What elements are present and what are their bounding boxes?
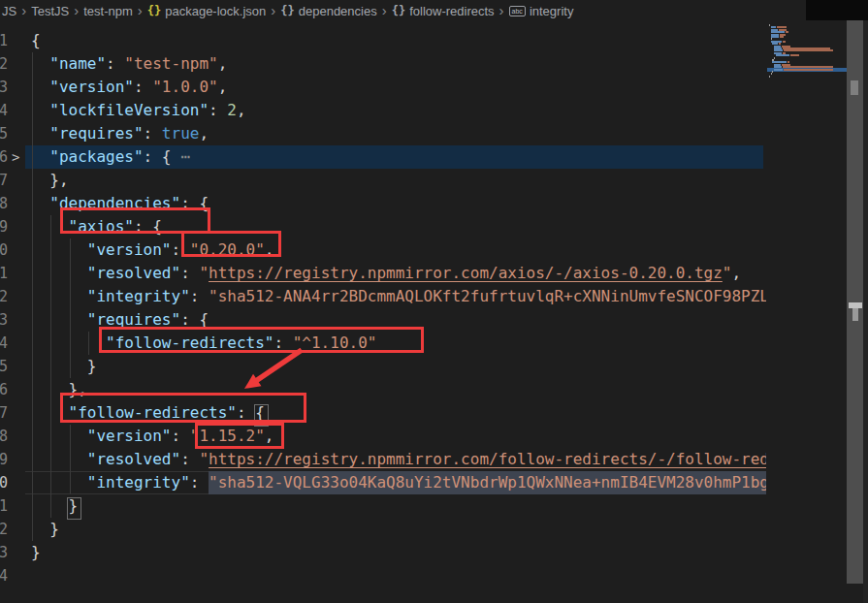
- code-token: }: [31, 357, 96, 375]
- code-line[interactable]: 20 "integrity": "sha512-VQLG33o04KaQ8uYi…: [0, 471, 766, 494]
- code-token: :: [106, 54, 124, 73]
- code-line[interactable]: 9 "axios": {: [0, 215, 766, 238]
- code-text: "requires": {: [0, 308, 766, 332]
- code-line[interactable]: 6> "packages": { ⋯: [0, 145, 766, 169]
- minimap-line: [771, 73, 772, 75]
- code-text: },: [0, 169, 766, 192]
- code-token: ,: [265, 240, 274, 259]
- code-text: "name": "test-npm",: [0, 52, 766, 76]
- code-line[interactable]: 12 "integrity": "sha512-ANA4rr2BDcmmAQLO…: [0, 285, 766, 308]
- minimap-line: [784, 69, 833, 71]
- code-token: ⋯: [180, 147, 190, 166]
- code-token: "version": [87, 240, 172, 259]
- chevron-right-icon: ›: [271, 0, 275, 21]
- code-line[interactable]: 21 }: [0, 494, 766, 518]
- code-text: }: [0, 494, 766, 518]
- code-token: true: [162, 124, 200, 143]
- code-token: "integrity": [87, 287, 190, 305]
- code-token: [31, 450, 87, 468]
- code-line[interactable]: 22 }: [0, 518, 766, 541]
- chevron-right-icon: ›: [499, 0, 504, 21]
- breadcrumb-label: test-npm: [83, 4, 133, 18]
- code-line[interactable]: 10 "version": "0.20.0",: [0, 238, 766, 262]
- code-token: "version": [49, 78, 134, 96]
- minimap[interactable]: [767, 21, 847, 584]
- chevron-right-icon: ›: [138, 0, 143, 21]
- breadcrumb-item-testjs[interactable]: TestJS: [31, 4, 69, 18]
- code-text: "requires": true,: [0, 122, 766, 145]
- code-token: 2: [227, 101, 237, 119]
- breadcrumb-item-test-npm[interactable]: test-npm: [83, 4, 133, 18]
- code-token: [31, 310, 87, 329]
- code-text: "follow-redirects": {: [0, 401, 766, 425]
- breadcrumb-item-follow-redirects[interactable]: {}follow-redirects: [392, 4, 495, 18]
- code-token: ": [199, 450, 209, 468]
- code-token: [31, 287, 87, 305]
- code-line[interactable]: 13 "requires": {: [0, 308, 766, 332]
- code-line[interactable]: 16 },: [0, 378, 766, 401]
- code-lines: 1{2 "name": "test-npm",3 "version": "1.0…: [0, 29, 766, 587]
- code-line[interactable]: 11 "resolved": "https://registry.npmmirr…: [0, 262, 766, 285]
- code-token: ,: [731, 264, 741, 282]
- editor-pane[interactable]: 1{2 "name": "test-npm",3 "version": "1.0…: [0, 21, 766, 603]
- code-line[interactable]: 17 "follow-redirects": {: [0, 401, 766, 425]
- code-line[interactable]: 8 "dependencies": {: [0, 192, 766, 215]
- code-line[interactable]: 7 },: [0, 169, 766, 192]
- code-token: "follow-redirects": [106, 333, 273, 352]
- code-token: : {: [144, 147, 181, 166]
- minimap-line: [776, 54, 790, 56]
- code-token: "sha512-ANA4rr2BDcmmAQLOKft2fufrtuvlqR+c…: [209, 287, 766, 305]
- code-token: },: [31, 171, 69, 189]
- code-token: "1.15.2": [190, 427, 265, 445]
- breadcrumb-item-js[interactable]: JS: [2, 4, 16, 18]
- code-token: "1.0.0": [152, 78, 217, 96]
- code-line[interactable]: 23}: [0, 541, 766, 564]
- code-line[interactable]: 2 "name": "test-npm",: [0, 52, 766, 76]
- code-token: "axios": [69, 217, 134, 236]
- code-token: : {: [180, 194, 209, 212]
- code-line[interactable]: 1{: [0, 29, 766, 52]
- code-token: }: [31, 496, 78, 515]
- code-token: "dependencies": [49, 194, 180, 212]
- code-token: },: [31, 380, 87, 398]
- code-text: "packages": { ⋯: [0, 145, 766, 169]
- code-line[interactable]: 5 "requires": true,: [0, 122, 766, 145]
- code-token: [31, 333, 106, 352]
- code-token: "name": [49, 54, 106, 73]
- code-line[interactable]: 18 "version": "1.15.2",: [0, 425, 766, 448]
- breadcrumb-item-dependencies[interactable]: {}dependencies: [280, 4, 376, 18]
- code-token: "requires": [49, 124, 143, 143]
- code-text: "integrity": "sha512-VQLG33o04KaQ8uYi2tV…: [0, 471, 766, 494]
- code-token: [31, 194, 49, 212]
- code-token: [31, 264, 87, 282]
- code-token: }: [31, 520, 59, 538]
- code-text: "resolved": "https://registry.npmmirror.…: [0, 262, 766, 285]
- code-token: ,: [199, 124, 209, 143]
- code-token: "0.20.0": [190, 240, 265, 259]
- code-text: }: [0, 355, 766, 378]
- breadcrumb-label: dependencies: [299, 4, 377, 18]
- code-token: [31, 240, 87, 259]
- breadcrumb-label: integrity: [530, 4, 574, 18]
- code-line[interactable]: 15 }: [0, 355, 766, 378]
- breadcrumb-item-integrity[interactable]: abcintegrity: [509, 4, 574, 18]
- minimap-line: [772, 71, 773, 73]
- scrollbar-track[interactable]: [863, 20, 868, 603]
- breadcrumb-item-package-lock.json[interactable]: {}package-lock.json: [147, 4, 267, 18]
- code-token: "lockfileVersion": [49, 101, 209, 119]
- code-line[interactable]: 3 "version": "1.0.0",: [0, 76, 766, 99]
- code-line[interactable]: 19 "resolved": "https://registry.npmmirr…: [0, 448, 766, 471]
- code-text: "version": "0.20.0",: [0, 238, 766, 262]
- code-line[interactable]: 24: [0, 564, 766, 587]
- code-token: https://registry.npmmirror.com/axios/-/a…: [209, 264, 723, 282]
- top-right-corner: [806, 0, 868, 20]
- code-line[interactable]: 4 "lockfileVersion": 2,: [0, 99, 766, 122]
- code-token: ,: [218, 78, 228, 96]
- code-token: :: [144, 124, 162, 143]
- code-token: :: [172, 240, 190, 259]
- breadcrumb: JS›TestJS›test-npm›{}package-lock.json›{…: [0, 0, 807, 21]
- breadcrumb-label: TestJS: [31, 4, 69, 18]
- minimap-line: [784, 49, 833, 51]
- code-token: https://registry.npmmirror.com/follow-re…: [209, 450, 766, 468]
- code-line[interactable]: 14 "follow-redirects": "^1.10.0": [0, 332, 766, 355]
